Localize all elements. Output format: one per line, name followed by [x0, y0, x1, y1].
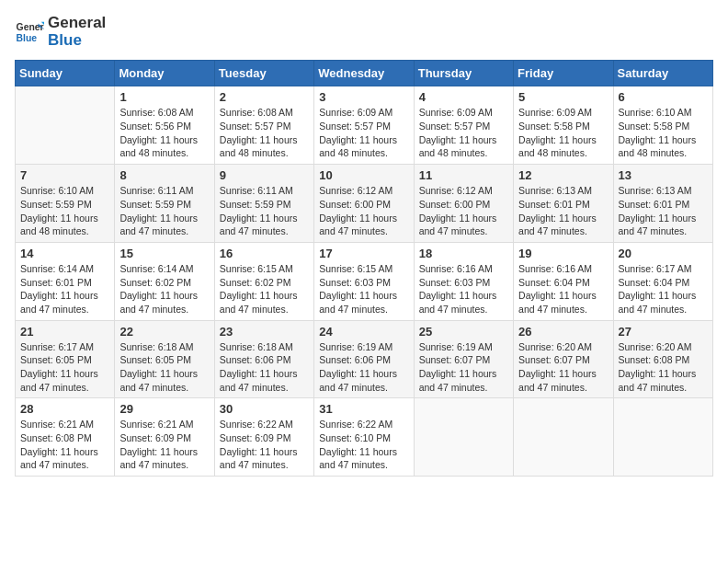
- day-info: Sunrise: 6:19 AMSunset: 6:07 PMDaylight:…: [419, 340, 508, 395]
- day-number: 6: [619, 90, 708, 104]
- sunset-label: Sunset: 6:05 PM: [20, 354, 92, 365]
- calendar-cell: [414, 398, 513, 477]
- daylight-label: Daylight: 11 hours and 47 minutes.: [119, 446, 198, 471]
- calendar-cell: 27Sunrise: 6:20 AMSunset: 6:08 PMDayligh…: [613, 320, 712, 398]
- sunrise-label: Sunrise: 6:14 AM: [20, 263, 94, 274]
- daylight-label: Daylight: 11 hours and 47 minutes.: [20, 446, 98, 471]
- column-header-saturday: Saturday: [613, 61, 712, 86]
- day-info: Sunrise: 6:21 AMSunset: 6:09 PMDaylight:…: [119, 418, 209, 472]
- calendar-cell: 28Sunrise: 6:21 AMSunset: 6:08 PMDayligh…: [16, 398, 115, 477]
- calendar-cell: 22Sunrise: 6:18 AMSunset: 6:05 PMDayligh…: [115, 320, 214, 398]
- day-info: Sunrise: 6:19 AMSunset: 6:06 PMDaylight:…: [319, 340, 408, 395]
- daylight-label: Daylight: 11 hours and 48 minutes.: [220, 134, 298, 159]
- calendar-cell: 31Sunrise: 6:22 AMSunset: 6:10 PMDayligh…: [314, 398, 414, 477]
- sunrise-label: Sunrise: 6:21 AM: [20, 419, 94, 430]
- day-number: 17: [319, 247, 408, 260]
- calendar-cell: 30Sunrise: 6:22 AMSunset: 6:09 PMDayligh…: [214, 398, 313, 477]
- sunset-label: Sunset: 5:59 PM: [20, 199, 92, 210]
- day-number: 23: [220, 325, 309, 339]
- daylight-label: Daylight: 11 hours and 47 minutes.: [319, 290, 397, 315]
- day-number: 2: [220, 90, 309, 104]
- calendar-week-row: 7Sunrise: 6:10 AMSunset: 5:59 PMDaylight…: [16, 165, 713, 243]
- sunrise-label: Sunrise: 6:10 AM: [619, 107, 692, 118]
- column-header-wednesday: Wednesday: [314, 61, 414, 86]
- daylight-label: Daylight: 11 hours and 48 minutes.: [319, 134, 397, 159]
- day-info: Sunrise: 6:11 AMSunset: 5:59 PMDaylight:…: [119, 184, 209, 238]
- calendar-week-row: 21Sunrise: 6:17 AMSunset: 6:05 PMDayligh…: [16, 320, 713, 398]
- day-info: Sunrise: 6:13 AMSunset: 6:01 PMDaylight:…: [619, 184, 708, 238]
- day-number: 14: [20, 247, 109, 260]
- sunset-label: Sunset: 6:08 PM: [20, 432, 92, 443]
- sunrise-label: Sunrise: 6:22 AM: [319, 419, 392, 430]
- calendar-header-row: SundayMondayTuesdayWednesdayThursdayFrid…: [16, 61, 713, 86]
- daylight-label: Daylight: 11 hours and 47 minutes.: [619, 290, 697, 315]
- day-info: Sunrise: 6:09 AMSunset: 5:57 PMDaylight:…: [319, 106, 408, 160]
- logo-general-text: General: [48, 15, 106, 32]
- day-info: Sunrise: 6:16 AMSunset: 6:03 PMDaylight:…: [419, 262, 508, 316]
- day-number: 8: [119, 168, 209, 182]
- sunset-label: Sunset: 6:03 PM: [419, 277, 491, 288]
- day-info: Sunrise: 6:17 AMSunset: 6:05 PMDaylight:…: [20, 340, 109, 395]
- sunrise-label: Sunrise: 6:09 AM: [419, 107, 493, 118]
- sunrise-label: Sunrise: 6:20 AM: [518, 341, 592, 352]
- sunset-label: Sunset: 6:05 PM: [119, 354, 191, 365]
- day-number: 24: [319, 325, 408, 339]
- day-info: Sunrise: 6:15 AMSunset: 6:03 PMDaylight:…: [319, 262, 408, 316]
- sunset-label: Sunset: 5:58 PM: [518, 121, 590, 132]
- calendar-cell: [613, 398, 712, 477]
- daylight-label: Daylight: 11 hours and 47 minutes.: [119, 213, 198, 237]
- day-number: 26: [518, 325, 608, 339]
- day-info: Sunrise: 6:08 AMSunset: 5:56 PMDaylight:…: [119, 106, 209, 160]
- calendar-cell: 4Sunrise: 6:09 AMSunset: 5:57 PMDaylight…: [414, 86, 513, 165]
- sunrise-label: Sunrise: 6:18 AM: [119, 341, 193, 352]
- logo: General Blue General Blue: [15, 15, 106, 49]
- daylight-label: Daylight: 11 hours and 47 minutes.: [319, 368, 397, 393]
- sunset-label: Sunset: 6:07 PM: [419, 354, 491, 365]
- calendar-cell: 9Sunrise: 6:11 AMSunset: 5:59 PMDaylight…: [214, 165, 313, 243]
- calendar-cell: 26Sunrise: 6:20 AMSunset: 6:07 PMDayligh…: [514, 320, 613, 398]
- sunset-label: Sunset: 6:06 PM: [319, 354, 391, 365]
- calendar-cell: 2Sunrise: 6:08 AMSunset: 5:57 PMDaylight…: [214, 86, 313, 165]
- daylight-label: Daylight: 11 hours and 48 minutes.: [119, 134, 198, 159]
- calendar-week-row: 1Sunrise: 6:08 AMSunset: 5:56 PMDaylight…: [16, 86, 713, 165]
- column-header-friday: Friday: [514, 61, 613, 86]
- calendar-cell: 5Sunrise: 6:09 AMSunset: 5:58 PMDaylight…: [514, 86, 613, 165]
- calendar-cell: 29Sunrise: 6:21 AMSunset: 6:09 PMDayligh…: [115, 398, 214, 477]
- sunset-label: Sunset: 6:01 PM: [518, 199, 590, 210]
- day-info: Sunrise: 6:10 AMSunset: 5:59 PMDaylight:…: [20, 184, 109, 238]
- calendar-cell: [16, 86, 115, 165]
- calendar-cell: 24Sunrise: 6:19 AMSunset: 6:06 PMDayligh…: [314, 320, 414, 398]
- sunrise-label: Sunrise: 6:20 AM: [619, 341, 692, 352]
- daylight-label: Daylight: 11 hours and 47 minutes.: [20, 290, 98, 315]
- sunrise-label: Sunrise: 6:12 AM: [419, 185, 493, 196]
- calendar-cell: 21Sunrise: 6:17 AMSunset: 6:05 PMDayligh…: [16, 320, 115, 398]
- day-number: 29: [119, 402, 209, 416]
- sunset-label: Sunset: 6:00 PM: [419, 199, 491, 210]
- sunset-label: Sunset: 6:04 PM: [619, 277, 690, 288]
- day-info: Sunrise: 6:15 AMSunset: 6:02 PMDaylight:…: [220, 262, 309, 316]
- sunset-label: Sunset: 6:02 PM: [119, 277, 191, 288]
- day-info: Sunrise: 6:18 AMSunset: 6:06 PMDaylight:…: [220, 340, 309, 395]
- day-number: 25: [419, 325, 508, 339]
- sunrise-label: Sunrise: 6:21 AM: [119, 419, 193, 430]
- daylight-label: Daylight: 11 hours and 47 minutes.: [419, 290, 497, 315]
- daylight-label: Daylight: 11 hours and 47 minutes.: [119, 290, 198, 315]
- daylight-label: Daylight: 11 hours and 47 minutes.: [119, 368, 198, 393]
- day-number: 9: [220, 168, 309, 182]
- sunset-label: Sunset: 5:57 PM: [319, 121, 391, 132]
- daylight-label: Daylight: 11 hours and 48 minutes.: [518, 134, 597, 159]
- sunrise-label: Sunrise: 6:15 AM: [319, 263, 392, 274]
- sunset-label: Sunset: 6:06 PM: [220, 354, 291, 365]
- daylight-label: Daylight: 11 hours and 47 minutes.: [20, 368, 98, 393]
- day-info: Sunrise: 6:20 AMSunset: 6:08 PMDaylight:…: [619, 340, 708, 395]
- daylight-label: Daylight: 11 hours and 47 minutes.: [220, 368, 298, 393]
- daylight-label: Daylight: 11 hours and 47 minutes.: [619, 213, 697, 237]
- day-info: Sunrise: 6:12 AMSunset: 6:00 PMDaylight:…: [419, 184, 508, 238]
- sunset-label: Sunset: 6:00 PM: [319, 199, 391, 210]
- day-info: Sunrise: 6:20 AMSunset: 6:07 PMDaylight:…: [518, 340, 608, 395]
- sunset-label: Sunset: 6:09 PM: [119, 432, 191, 443]
- sunrise-label: Sunrise: 6:16 AM: [419, 263, 493, 274]
- day-info: Sunrise: 6:22 AMSunset: 6:09 PMDaylight:…: [220, 418, 309, 472]
- day-info: Sunrise: 6:14 AMSunset: 6:01 PMDaylight:…: [20, 262, 109, 316]
- day-number: 27: [619, 325, 708, 339]
